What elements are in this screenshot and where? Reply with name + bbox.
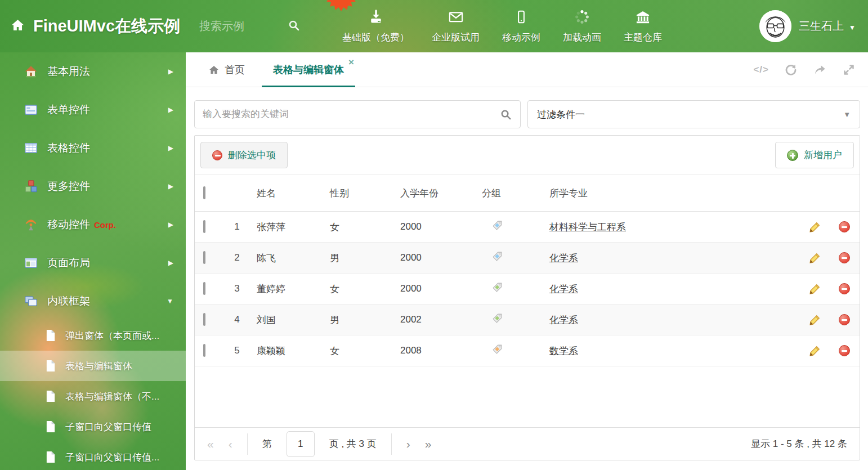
sidebar-item-grid-controls[interactable]: 表格控件 ▶: [0, 129, 186, 167]
column-header-major[interactable]: 所学专业: [544, 187, 800, 200]
header-search-input[interactable]: [199, 20, 284, 33]
edit-icon[interactable]: [809, 221, 821, 233]
antenna-icon: [24, 217, 38, 232]
page-number-input[interactable]: [287, 431, 315, 457]
grid-panel: 删除选中项 新增用户 姓名 性别 入学年份 分组 所学专业 1 张萍萍 女: [194, 135, 860, 460]
column-header-name[interactable]: 姓名: [251, 187, 324, 200]
filter-dropdown[interactable]: 过滤条件一 ▼: [527, 100, 860, 128]
row-checkbox[interactable]: [203, 344, 205, 357]
user-name[interactable]: 三生石上: [799, 19, 844, 34]
table-row: 2 陈飞 男 2000 化学系: [195, 243, 860, 274]
row-number: 5: [223, 345, 251, 356]
view-source-icon[interactable]: </>: [753, 64, 769, 75]
sidebar-subitem-grid-edit-window[interactable]: 表格与编辑窗体: [0, 351, 186, 381]
table-body: 1 张萍萍 女 2000 材料科学与工程系 2 陈飞 男 2000 化学系: [195, 212, 860, 366]
collapse-arrow-icon: ▼: [167, 297, 173, 305]
cell-year: 2000: [395, 252, 476, 263]
column-header-gender[interactable]: 性别: [324, 187, 395, 200]
edit-icon[interactable]: [809, 283, 821, 295]
first-page-button[interactable]: «: [207, 437, 214, 451]
search-icon[interactable]: [499, 108, 512, 121]
sidebar-item-iframe[interactable]: 内联框架 ▼: [0, 282, 186, 320]
sidebar-subitem-child-to-parent[interactable]: 子窗口向父窗口传值: [0, 411, 186, 442]
table-header-row: 姓名 性别 入学年份 分组 所学专业: [195, 175, 860, 212]
user-avatar[interactable]: [759, 10, 791, 42]
major-link[interactable]: 化学系: [549, 253, 578, 263]
major-link[interactable]: 数学系: [549, 346, 578, 356]
tag-icon: [492, 282, 503, 293]
nav-item-theme-store[interactable]: 主题仓库: [624, 9, 662, 44]
select-all-checkbox[interactable]: [203, 186, 205, 199]
next-page-button[interactable]: ›: [406, 437, 410, 451]
page-label-before: 第: [262, 437, 272, 450]
expand-arrow-icon: ▶: [168, 259, 173, 267]
sidebar-item-mobile-controls[interactable]: 移动控件 Corp. ▶: [0, 205, 186, 244]
refresh-icon[interactable]: [784, 63, 798, 77]
expand-icon[interactable]: [842, 63, 856, 77]
header-nav: FREE! 基础版（免费） 企业版试用 移动示例 加载动画: [342, 9, 662, 44]
table-row: 3 董婷婷 女 2000 化学系: [195, 274, 860, 305]
sidebar-subitem-popup-window[interactable]: 弹出窗体（本页面或...: [0, 320, 186, 351]
tag-icon: [492, 344, 503, 355]
row-checkbox[interactable]: [203, 313, 205, 326]
column-header-group[interactable]: 分组: [476, 187, 544, 200]
main-content: 首页 表格与编辑窗体 × </> 过滤条件一 ▼ 删除选中项: [186, 52, 868, 470]
edit-icon[interactable]: [809, 345, 821, 357]
grid-icon: [24, 141, 38, 155]
nav-item-basic-edition[interactable]: 基础版（免费）: [342, 9, 409, 44]
download-icon: [368, 9, 384, 27]
cell-year: 2002: [395, 314, 476, 325]
nav-item-loading-animation[interactable]: 加载动画: [563, 9, 601, 44]
chevron-down-icon: ▼: [843, 110, 851, 119]
row-checkbox[interactable]: [203, 282, 205, 295]
cell-gender: 女: [324, 221, 395, 234]
add-user-button[interactable]: 新增用户: [775, 142, 854, 168]
sidebar-item-page-layout[interactable]: 页面布局 ▶: [0, 244, 186, 282]
delete-selected-button[interactable]: 删除选中项: [200, 142, 288, 168]
tag-icon: [492, 313, 503, 324]
keyword-search-box: [194, 100, 521, 128]
tab-close-icon[interactable]: ×: [348, 57, 354, 67]
tab-grid-edit-window[interactable]: 表格与编辑窗体 ×: [262, 52, 355, 87]
corp-badge: Corp.: [94, 220, 116, 230]
nav-item-mobile-demo[interactable]: 移动示例: [502, 9, 540, 44]
sidebar-item-form-controls[interactable]: 表单控件 ▶: [0, 91, 186, 129]
page-label-after: 页 , 共 3 页: [329, 437, 377, 450]
tab-home[interactable]: 首页: [202, 52, 252, 87]
major-link[interactable]: 化学系: [549, 315, 578, 325]
delete-icon[interactable]: [839, 221, 850, 232]
delete-icon[interactable]: [839, 283, 850, 294]
cell-name: 康颖颖: [251, 344, 324, 357]
edit-icon[interactable]: [809, 252, 821, 264]
last-page-button[interactable]: »: [425, 437, 432, 451]
delete-icon[interactable]: [839, 345, 850, 356]
share-icon[interactable]: [813, 63, 827, 77]
brand-home-icon[interactable]: [10, 17, 25, 35]
sidebar-item-more-controls[interactable]: 更多控件 ▶: [0, 167, 186, 205]
tab-toolbar: </>: [753, 52, 868, 87]
nav-label: 基础版（免费）: [342, 31, 409, 44]
prev-page-button[interactable]: ‹: [229, 437, 232, 451]
nav-item-enterprise-trial[interactable]: 企业版试用: [432, 9, 480, 44]
delete-icon[interactable]: [839, 314, 850, 325]
cell-name: 陈飞: [251, 252, 324, 265]
sidebar-subitem-grid-edit-window-2[interactable]: 表格与编辑窗体（不...: [0, 381, 186, 411]
row-checkbox[interactable]: [203, 220, 205, 233]
header-search-icon[interactable]: [287, 19, 301, 34]
keyword-search-input[interactable]: [203, 109, 499, 120]
major-link[interactable]: 化学系: [549, 284, 578, 294]
major-link[interactable]: 材料科学与工程系: [549, 222, 626, 232]
row-number: 2: [223, 252, 251, 263]
sidebar-item-basic-usage[interactable]: 基本用法 ▶: [0, 52, 186, 91]
delete-icon[interactable]: [839, 252, 850, 263]
record-summary: 显示 1 - 5 条 , 共 12 条: [751, 437, 847, 450]
plus-icon: [787, 150, 798, 161]
tag-icon: [492, 220, 503, 231]
edit-icon[interactable]: [809, 314, 821, 326]
row-checkbox[interactable]: [203, 251, 205, 264]
layout-icon: [24, 256, 38, 270]
column-header-year[interactable]: 入学年份: [395, 187, 476, 200]
user-menu-caret-icon[interactable]: ▼: [849, 24, 856, 32]
sidebar-subitem-child-to-parent-2[interactable]: 子窗口向父窗口传值...: [0, 442, 186, 470]
app-title: FineUIMvc在线示例: [33, 15, 180, 38]
